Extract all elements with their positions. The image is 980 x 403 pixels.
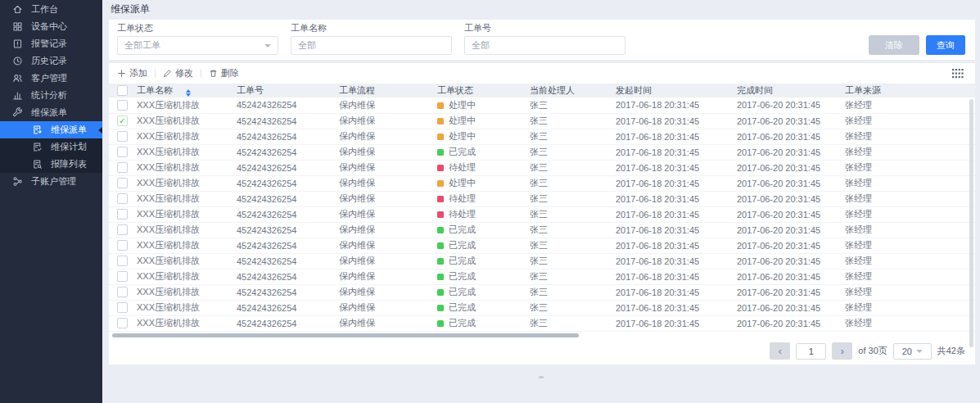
table-row[interactable]: XXX压缩机排故452424326254保内维保已完成张三2017-06-18 … — [109, 284, 975, 300]
cell-process: 保内维保 — [336, 315, 434, 331]
cell-handler: 张三 — [526, 253, 612, 269]
cell-source: 张经理 — [842, 222, 975, 238]
cell-status: 已完成 — [434, 284, 526, 300]
cell-name: XXX压缩机排故 — [133, 315, 233, 331]
cell-source: 张经理 — [842, 284, 975, 300]
table-row[interactable]: XXX压缩机排故452424326254保内维保待处理张三2017-06-18 … — [109, 160, 975, 175]
horizontal-scrollbar-thumb[interactable] — [112, 333, 579, 337]
status-select[interactable]: 全部工单 — [117, 36, 278, 55]
status-dot-icon — [437, 274, 444, 280]
filter-number: 工单号 全部 — [464, 23, 625, 55]
cell-handler: 张三 — [526, 191, 612, 206]
table-row[interactable]: XXX压缩机排故452424326254保内维保已完成张三2017-06-18 … — [109, 144, 975, 160]
sidebar-item-label: 维保计划 — [51, 141, 87, 153]
clear-button[interactable]: 清除 — [869, 35, 919, 55]
add-button[interactable]: 添加 — [117, 67, 147, 79]
select-all-checkbox[interactable] — [117, 85, 128, 96]
sidebar-item-3[interactable]: 历史记录 — [0, 52, 102, 70]
row-checkbox[interactable] — [117, 271, 128, 282]
row-checkbox[interactable]: ✓ — [117, 115, 128, 126]
row-checkbox[interactable] — [117, 147, 128, 157]
cell-complete-time: 2017-06-20 20:31:45 — [734, 144, 842, 160]
cell-name: XXX压缩机排故 — [133, 284, 233, 300]
status-dot-icon — [437, 180, 444, 187]
cell-number: 452424326254 — [233, 191, 336, 206]
cell-name: XXX压缩机排故 — [133, 175, 233, 191]
chevron-down-icon — [916, 350, 923, 353]
table-row[interactable]: XXX压缩机排故452424326254保内维保处理中张三2017-06-18 … — [109, 129, 975, 144]
row-checkbox[interactable] — [117, 193, 128, 204]
table-row[interactable]: XXX压缩机排故452424326254保内维保已完成张三2017-06-18 … — [109, 222, 975, 238]
sidebar-item-4[interactable]: 客户管理 — [0, 70, 102, 87]
cell-number: 452424326254 — [233, 284, 336, 300]
row-checkbox[interactable] — [117, 209, 128, 220]
row-checkbox[interactable] — [117, 224, 128, 235]
edit-button[interactable]: 修改 — [163, 67, 193, 79]
search-button[interactable]: 查询 — [926, 35, 965, 55]
page-number-input[interactable] — [796, 343, 826, 360]
table-panel: 添加 修改 删除 — [109, 63, 975, 365]
main-content: 维保派单 工单状态 全部工单 工单名称 全部 工单号 全部 — [102, 0, 980, 403]
delete-button[interactable]: 删除 — [209, 67, 239, 79]
table-row[interactable]: ✓XXX压缩机排故452424326254保内维保处理中张三2017-06-18… — [109, 113, 975, 129]
column-settings-icon[interactable] — [952, 69, 964, 79]
sidebar-item-8[interactable]: 维保计划 — [0, 138, 102, 156]
cell-handler: 张三 — [526, 269, 612, 284]
cell-source: 张经理 — [842, 191, 975, 206]
status-dot-icon — [437, 258, 444, 265]
cell-start-time: 2017-06-18 20:31:45 — [612, 206, 734, 222]
cell-source: 张经理 — [842, 160, 975, 175]
cell-number: 452424326254 — [233, 253, 336, 269]
number-input[interactable]: 全部 — [464, 36, 625, 55]
sidebar-item-5[interactable]: 统计分析 — [0, 87, 102, 104]
cell-name: XXX压缩机排故 — [133, 206, 233, 222]
sidebar-item-6[interactable]: 维保派单 — [0, 104, 102, 121]
row-checkbox[interactable] — [117, 240, 128, 251]
table-row[interactable]: XXX压缩机排故452424326254保内维保已完成张三2017-06-18 … — [109, 300, 975, 315]
table-row[interactable]: XXX压缩机排故452424326254保内维保已完成张三2017-06-18 … — [109, 238, 975, 253]
page-size-select[interactable]: 20 — [893, 343, 932, 360]
row-checkbox[interactable] — [117, 131, 128, 142]
row-checkbox[interactable] — [117, 100, 128, 111]
row-checkbox[interactable] — [117, 256, 128, 266]
sidebar-item-0[interactable]: 工作台 — [0, 1, 102, 18]
sidebar-item-9[interactable]: 报障列表 — [0, 156, 102, 173]
col-header-name[interactable]: 工单名称 — [133, 84, 233, 97]
table-row[interactable]: XXX压缩机排故452424326254保内维保已完成张三2017-06-18 … — [109, 269, 975, 284]
cell-start-time: 2017-06-18 20:31:45 — [612, 97, 734, 113]
sidebar-item-1[interactable]: 设备中心 — [0, 18, 102, 35]
table-row[interactable]: XXX压缩机排故452424326254保内维保待处理张三2017-06-18 … — [109, 191, 975, 206]
cell-status: 处理中 — [434, 97, 526, 113]
row-checkbox[interactable] — [117, 287, 128, 297]
col-header-handler: 当前处理人 — [526, 84, 612, 97]
status-label: 处理中 — [449, 100, 476, 110]
status-label: 待处理 — [449, 209, 476, 219]
cell-source: 张经理 — [842, 315, 975, 331]
sidebar: 工作台设备中心报警记录历史记录客户管理统计分析维保派单维保派单维保计划报障列表子… — [0, 0, 102, 403]
table-row[interactable]: XXX压缩机排故452424326254保内维保已完成张三2017-06-18 … — [109, 315, 975, 331]
sidebar-item-7[interactable]: 维保派单 — [0, 121, 102, 138]
sidebar-item-2[interactable]: 报警记录 — [0, 35, 102, 52]
row-checkbox[interactable] — [117, 162, 128, 173]
chart-icon — [12, 90, 23, 101]
prev-page-button[interactable]: ‹ — [770, 342, 790, 360]
sort-icon[interactable] — [186, 89, 191, 97]
sidebar-item-10[interactable]: 子账户管理 — [0, 173, 102, 190]
row-checkbox[interactable] — [117, 302, 128, 313]
wrench-icon — [12, 107, 23, 118]
name-input[interactable]: 全部 — [291, 36, 452, 55]
next-page-button[interactable]: › — [832, 342, 852, 360]
table-row[interactable]: XXX压缩机排故452424326254保内维保处理中张三2017-06-18 … — [109, 175, 975, 191]
cell-name: XXX压缩机排故 — [133, 144, 233, 160]
vertical-scrollbar-thumb[interactable] — [969, 99, 973, 347]
cell-process: 保内维保 — [336, 113, 434, 129]
table-row[interactable]: XXX压缩机排故452424326254保内维保处理中张三2017-06-18 … — [109, 97, 975, 113]
table-row[interactable]: XXX压缩机排故452424326254保内维保待处理张三2017-06-18 … — [109, 206, 975, 222]
row-checkbox[interactable] — [117, 318, 128, 328]
filter-name-label: 工单名称 — [291, 23, 452, 33]
cell-start-time: 2017-06-18 20:31:45 — [612, 284, 734, 300]
row-checkbox[interactable] — [117, 178, 128, 188]
status-select-value: 全部工单 — [124, 39, 160, 52]
table-row[interactable]: XXX压缩机排故452424326254保内维保已完成张三2017-06-18 … — [109, 253, 975, 269]
col-header-number: 工单号 — [233, 84, 336, 97]
